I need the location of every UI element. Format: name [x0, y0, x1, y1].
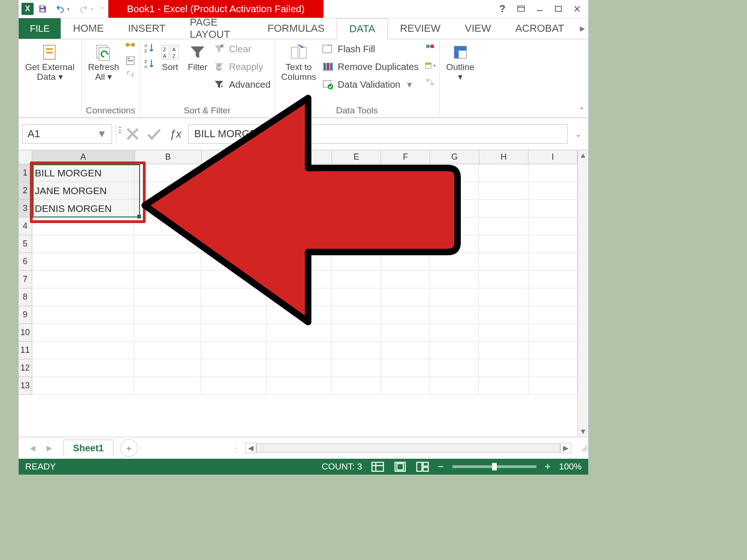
cell[interactable] [381, 324, 430, 342]
qat-customize-dropdown[interactable]: ⁼ [101, 6, 106, 12]
column-header[interactable]: E [332, 150, 381, 164]
cell[interactable] [479, 217, 528, 235]
column-header[interactable]: H [479, 150, 529, 164]
remove-duplicates-button[interactable]: Remove Duplicates [322, 61, 418, 73]
outline-button[interactable]: Outline▾ [444, 41, 477, 84]
clear-button[interactable]: Clear [213, 43, 270, 55]
cell[interactable] [479, 271, 528, 288]
filter-button[interactable]: Filter [185, 41, 210, 74]
consolidate-icon[interactable] [424, 43, 436, 54]
cell[interactable] [134, 306, 201, 324]
cell[interactable] [267, 182, 332, 200]
page-break-view-icon[interactable] [416, 461, 430, 473]
cell[interactable] [479, 377, 528, 395]
cell[interactable] [430, 288, 479, 306]
cell[interactable] [381, 342, 430, 359]
column-header[interactable]: C [202, 150, 267, 164]
relationships-icon[interactable] [424, 77, 436, 88]
row-header[interactable]: 11 [19, 342, 32, 359]
redo-dropdown[interactable]: ▾ [91, 7, 95, 12]
minimize-button[interactable] [533, 2, 546, 15]
cell[interactable] [32, 324, 134, 342]
fx-icon[interactable]: ƒx [167, 125, 184, 143]
cell[interactable] [381, 359, 430, 377]
get-external-data-button[interactable]: Get External Data ▾ [22, 41, 78, 84]
sheet-next-icon[interactable]: ► [45, 443, 54, 454]
sort-button[interactable]: ZAAZ Sort [158, 41, 182, 74]
zoom-out-button[interactable]: − [438, 461, 444, 473]
cell[interactable] [479, 306, 528, 324]
cell[interactable] [430, 253, 479, 271]
cell[interactable] [381, 235, 430, 253]
cell[interactable] [381, 217, 430, 235]
cell[interactable] [201, 182, 267, 200]
text-to-columns-button[interactable]: Text to Columns [278, 41, 319, 84]
cell[interactable] [201, 217, 267, 235]
cell[interactable] [32, 271, 134, 288]
connections-icon[interactable] [125, 42, 136, 53]
cell[interactable] [134, 235, 201, 253]
cell[interactable] [430, 182, 479, 200]
close-button[interactable] [571, 2, 584, 15]
cell[interactable] [529, 200, 578, 217]
cell[interactable] [529, 306, 578, 324]
cell[interactable] [529, 235, 578, 253]
cell[interactable] [332, 182, 381, 200]
tab-acrobat[interactable]: ACROBAT [503, 18, 577, 39]
tab-review[interactable]: REVIEW [388, 18, 453, 39]
cell[interactable] [381, 164, 430, 182]
cell[interactable] [201, 324, 267, 342]
sort-za-icon[interactable]: ZA [144, 58, 155, 69]
row-header[interactable]: 5 [19, 235, 32, 253]
cancel-formula-icon[interactable] [124, 125, 141, 143]
cell[interactable] [267, 306, 332, 324]
advanced-button[interactable]: Advanced [213, 78, 270, 91]
cell[interactable] [267, 359, 332, 377]
cell[interactable] [267, 271, 332, 288]
cell[interactable] [201, 164, 267, 182]
scroll-right-icon[interactable]: ► [560, 443, 571, 453]
column-header[interactable]: F [381, 150, 430, 164]
cell[interactable] [201, 306, 267, 324]
cell[interactable] [201, 200, 267, 217]
cell[interactable] [529, 253, 578, 271]
cell[interactable] [381, 200, 430, 217]
tab-data[interactable]: DATA [337, 18, 388, 39]
cell[interactable] [332, 377, 381, 395]
cell[interactable] [332, 271, 381, 288]
cell[interactable] [430, 342, 479, 359]
tab-insert[interactable]: INSERT [116, 18, 177, 39]
cell[interactable] [430, 324, 479, 342]
cell[interactable] [381, 182, 430, 200]
cell[interactable] [479, 182, 528, 200]
cell[interactable] [529, 377, 578, 395]
cell[interactable] [201, 359, 267, 377]
cell[interactable] [267, 200, 332, 217]
cell[interactable] [332, 235, 381, 253]
spreadsheet-grid[interactable]: ABCDEFGHI 1BILL MORGEN2JANE MORGEN3DENIS… [19, 150, 578, 437]
cell[interactable] [381, 306, 430, 324]
what-if-icon[interactable]: ▾ [424, 60, 436, 71]
zoom-in-button[interactable]: + [545, 461, 551, 473]
cell[interactable] [430, 359, 479, 377]
column-header[interactable]: D [267, 150, 332, 164]
page-layout-view-icon[interactable] [393, 461, 407, 473]
cell[interactable] [332, 200, 381, 217]
column-header[interactable]: G [430, 150, 479, 164]
row-header[interactable]: 7 [19, 271, 32, 288]
cell[interactable] [134, 377, 201, 395]
cell[interactable] [332, 359, 381, 377]
cell[interactable] [479, 342, 528, 359]
cell[interactable] [134, 288, 201, 306]
tab-home[interactable]: HOME [61, 18, 116, 39]
sheet-tab[interactable]: Sheet1 [63, 440, 114, 456]
cell[interactable] [267, 377, 332, 395]
cell[interactable] [529, 359, 578, 377]
cell[interactable] [134, 324, 201, 342]
expand-formula-bar-icon[interactable]: ⌄ [571, 130, 585, 139]
cell[interactable] [32, 235, 134, 253]
cell[interactable] [201, 288, 267, 306]
cell[interactable] [381, 253, 430, 271]
row-header[interactable]: 13 [19, 377, 32, 395]
add-sheet-button[interactable]: ＋ [120, 439, 138, 457]
